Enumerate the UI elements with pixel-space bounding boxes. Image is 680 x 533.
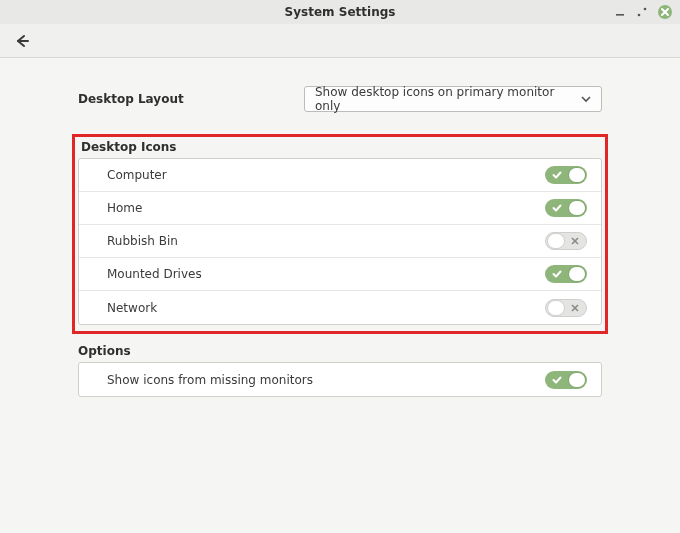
svg-point-2 — [644, 8, 647, 11]
desktop-icon-label: Home — [107, 201, 142, 215]
desktop-icon-label: Computer — [107, 168, 167, 182]
check-icon — [552, 269, 562, 279]
check-icon — [552, 375, 562, 385]
check-icon — [552, 170, 562, 180]
desktop-layout-row: Desktop Layout Show desktop icons on pri… — [78, 86, 602, 112]
desktop-icon-toggle-home[interactable] — [545, 199, 587, 217]
arrow-left-icon — [14, 33, 30, 49]
svg-line-9 — [572, 305, 578, 311]
desktop-icon-row-mounted-drives: Mounted Drives — [79, 258, 601, 291]
chevron-down-icon — [581, 94, 591, 104]
x-icon — [571, 304, 579, 312]
desktop-icons-highlight: Desktop Icons ComputerHomeRubbish BinMou… — [72, 134, 608, 334]
desktop-icon-toggle-mounted-drives[interactable] — [545, 265, 587, 283]
option-toggle-show-icons-from-missing-monitors[interactable] — [545, 371, 587, 389]
svg-rect-0 — [616, 14, 624, 16]
desktop-icons-panel: ComputerHomeRubbish BinMounted DrivesNet… — [78, 158, 602, 325]
svg-point-1 — [638, 14, 641, 17]
window-controls — [614, 5, 680, 19]
option-row-show-icons-from-missing-monitors: Show icons from missing monitors — [79, 363, 601, 396]
options-panel: Show icons from missing monitors — [78, 362, 602, 397]
minimize-button[interactable] — [614, 6, 626, 18]
desktop-icon-row-home: Home — [79, 192, 601, 225]
content-area: Desktop Layout Show desktop icons on pri… — [0, 58, 680, 397]
window-title: System Settings — [0, 5, 680, 19]
desktop-layout-selected: Show desktop icons on primary monitor on… — [315, 85, 581, 113]
desktop-icon-row-computer: Computer — [79, 159, 601, 192]
desktop-layout-label: Desktop Layout — [78, 92, 184, 106]
maximize-button[interactable] — [636, 6, 648, 18]
desktop-icon-toggle-rubbish-bin[interactable] — [545, 232, 587, 250]
desktop-icon-label: Mounted Drives — [107, 267, 202, 281]
x-icon — [571, 237, 579, 245]
toolbar — [0, 24, 680, 58]
svg-line-8 — [572, 305, 578, 311]
svg-line-7 — [572, 238, 578, 244]
desktop-layout-dropdown[interactable]: Show desktop icons on primary monitor on… — [304, 86, 602, 112]
desktop-icon-toggle-network[interactable] — [545, 299, 587, 317]
desktop-icon-label: Rubbish Bin — [107, 234, 178, 248]
desktop-icon-row-rubbish-bin: Rubbish Bin — [79, 225, 601, 258]
options-heading: Options — [78, 344, 602, 358]
option-label: Show icons from missing monitors — [107, 373, 313, 387]
desktop-icon-label: Network — [107, 301, 157, 315]
check-icon — [552, 203, 562, 213]
desktop-icons-heading: Desktop Icons — [78, 140, 602, 154]
svg-line-6 — [572, 238, 578, 244]
options-block: Options Show icons from missing monitors — [78, 344, 602, 397]
desktop-icon-row-network: Network — [79, 291, 601, 324]
close-button[interactable] — [658, 5, 672, 19]
desktop-icon-toggle-computer[interactable] — [545, 166, 587, 184]
titlebar: System Settings — [0, 0, 680, 24]
back-button[interactable] — [10, 29, 34, 53]
